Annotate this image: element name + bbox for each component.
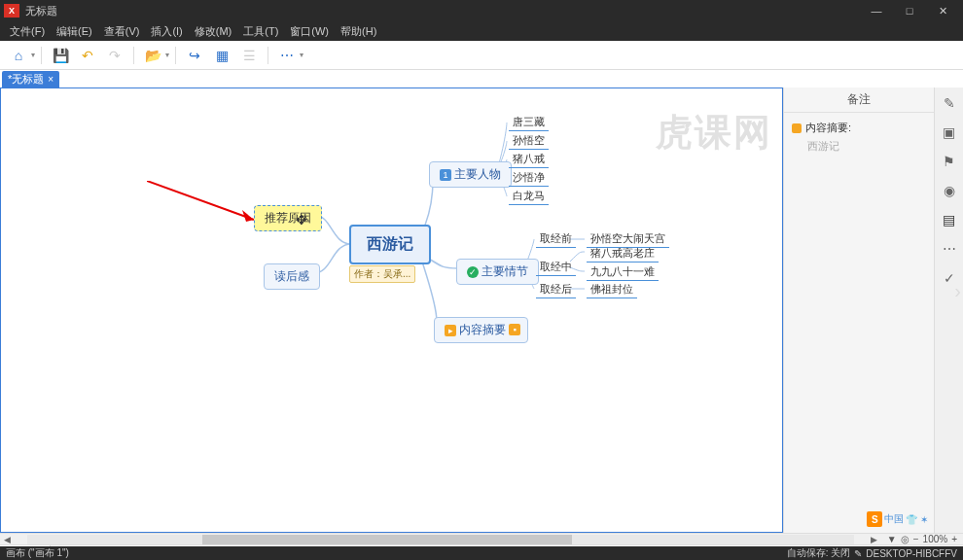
close-button[interactable]: ✕ — [926, 0, 959, 21]
more-button[interactable]: ⋯ — [274, 44, 300, 67]
scroll-right-icon[interactable]: ▶ — [868, 535, 881, 544]
menu-file[interactable]: 文件(F) — [4, 24, 51, 39]
export-button[interactable]: ▦ — [209, 44, 234, 67]
leaf-event-1a[interactable]: 猪八戒高老庄 — [587, 245, 659, 262]
dropdown-icon[interactable]: ▾ — [300, 51, 303, 59]
toolbar: ⌂▾ 💾 ↶ ↷ 📂▾ ↪ ▦ ☰ ⋯▾ — [0, 41, 963, 70]
note-text[interactable]: 西游记 — [792, 139, 926, 154]
ime-brand: 中国 — [884, 512, 904, 526]
scroll-track[interactable] — [27, 535, 854, 544]
share-button[interactable]: ↪ — [182, 44, 207, 67]
title-bar: X 无标题 — □ ✕ — [0, 0, 963, 21]
filter-icon[interactable]: ▼ — [887, 534, 897, 544]
rail-task-icon[interactable]: ✓ — [944, 270, 955, 286]
leaf-char-2[interactable]: 猪八戒 — [509, 151, 549, 168]
status-host: DESKTOP-HIBCFFV — [866, 548, 957, 559]
zoom-in-button[interactable]: + — [951, 534, 957, 544]
zoom-level[interactable]: 100% — [923, 534, 948, 544]
ime-indicator: S 中国 👕 ✶ — [784, 506, 934, 533]
save-button[interactable]: 💾 — [48, 44, 73, 67]
node-label: 主要情节 — [482, 264, 528, 278]
svg-marker-1 — [242, 210, 254, 222]
sogou-icon: S — [867, 511, 882, 527]
document-tabs: *无标题 × — [0, 70, 963, 88]
menu-edit[interactable]: 编辑(E) — [51, 24, 98, 39]
ime-extras: 👕 ✶ — [906, 514, 928, 525]
author-label: 作者：吴承... — [349, 265, 415, 283]
status-bar: 画布 ("画布 1") 自动保存: 关闭 ✎ DESKTOP-HIBCFFV — [0, 546, 963, 560]
menu-window[interactable]: 窗口(W) — [284, 24, 335, 39]
leaf-char-4[interactable]: 白龙马 — [509, 188, 549, 205]
dropdown-icon[interactable]: ▾ — [31, 51, 35, 59]
leaf-phase-1[interactable]: 取经中 — [536, 259, 576, 276]
connectors — [1, 88, 782, 532]
leaf-char-1[interactable]: 孙悟空 — [509, 132, 549, 150]
notes-panel: 备注 内容摘要: 西游记 S 中国 👕 ✶ — [783, 88, 934, 533]
menu-insert[interactable]: 插入(I) — [145, 24, 188, 39]
node-review[interactable]: 读后感 — [264, 263, 320, 290]
root-node[interactable]: 西游记 — [349, 225, 431, 264]
target-icon[interactable]: ◎ — [901, 534, 910, 544]
svg-line-0 — [147, 181, 254, 220]
canvas[interactable]: 虎课网 — [0, 88, 783, 533]
node-plot[interactable]: ✓主要情节 — [456, 259, 539, 285]
node-recommend[interactable]: 推荐原因 ✥ — [254, 205, 322, 231]
status-autosave: 自动保存: 关闭 — [787, 546, 851, 560]
leaf-phase-2[interactable]: 取经后 — [536, 281, 576, 298]
app-icon: X — [4, 4, 19, 18]
note-icon: ▸ — [445, 325, 456, 336]
menu-help[interactable]: 帮助(H) — [335, 24, 382, 39]
menu-view[interactable]: 查看(V) — [98, 24, 146, 39]
right-rail: ✎ ▣ ⚑ ◉ ▤ ⋯ ✓ — [934, 88, 963, 533]
menu-modify[interactable]: 修改(M) — [189, 24, 238, 39]
home-button[interactable]: ⌂ — [6, 44, 31, 67]
zoom-out-button[interactable]: − — [913, 534, 919, 544]
check-icon: ✓ — [467, 266, 479, 278]
rail-comment-icon[interactable]: ⋯ — [943, 241, 956, 257]
rail-notes-icon[interactable]: ▤ — [943, 212, 955, 228]
scroll-thumb[interactable] — [202, 535, 572, 544]
rail-format-icon[interactable]: ✎ — [944, 95, 955, 111]
text-cursor-icon: ✥ — [296, 212, 307, 228]
tab-untitled[interactable]: *无标题 × — [2, 71, 59, 88]
leaf-event-2[interactable]: 佛祖封位 — [587, 281, 637, 298]
menu-tools[interactable]: 工具(T) — [237, 24, 284, 39]
node-characters[interactable]: 1主要人物 — [429, 161, 512, 188]
note-title: 内容摘要: — [792, 121, 926, 135]
node-summary[interactable]: ▸内容摘要 ▪ — [434, 317, 528, 343]
node-label: 内容摘要 — [459, 323, 506, 336]
leaf-char-0[interactable]: 唐三藏 — [509, 114, 549, 131]
rail-marker-icon[interactable]: ◉ — [944, 183, 955, 198]
next-arrow-icon[interactable]: › — [954, 280, 961, 302]
window-title: 无标题 — [25, 4, 860, 18]
menu-bar: 文件(F) 编辑(E) 查看(V) 插入(I) 修改(M) 工具(T) 窗口(W… — [0, 21, 963, 41]
redo-button[interactable]: ↷ — [102, 44, 127, 67]
notes-header: 备注 — [784, 88, 934, 113]
undo-button[interactable]: ↶ — [75, 44, 100, 67]
dropdown-icon[interactable]: ▾ — [165, 51, 169, 59]
scroll-left-icon[interactable]: ◀ — [0, 535, 14, 544]
leaf-event-1b[interactable]: 九九八十一难 — [587, 263, 659, 281]
list-button[interactable]: ☰ — [236, 44, 262, 67]
open-button[interactable]: 📂 — [140, 44, 165, 67]
maximize-button[interactable]: □ — [893, 0, 926, 21]
node-label: 主要人物 — [454, 167, 501, 181]
rail-flag-icon[interactable]: ⚑ — [943, 154, 955, 169]
bullet-icon — [792, 123, 802, 133]
priority-icon: 1 — [440, 169, 451, 181]
attachment-icon: ▪ — [509, 324, 520, 335]
rail-image-icon[interactable]: ▣ — [943, 124, 955, 140]
h-scrollbar[interactable]: ◀ ▶ ▼ ◎ − 100% + — [0, 533, 963, 544]
leaf-char-3[interactable]: 沙悟净 — [509, 169, 549, 187]
tab-close-icon[interactable]: × — [48, 74, 54, 85]
status-left: 画布 ("画布 1") — [6, 546, 69, 560]
leaf-phase-0[interactable]: 取经前 — [536, 230, 576, 248]
tab-label: *无标题 — [8, 72, 44, 87]
minimize-button[interactable]: — — [860, 0, 893, 21]
